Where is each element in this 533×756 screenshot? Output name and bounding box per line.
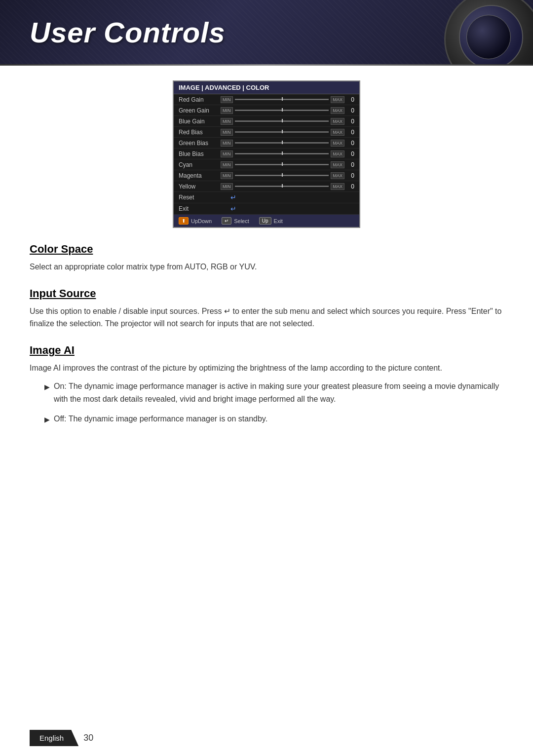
osd-footer-exit: Up Exit — [259, 217, 283, 225]
osd-footer-updown: ⬆ UpDown — [179, 217, 212, 225]
osd-reset-label: Reset — [179, 194, 221, 201]
osd-slider — [235, 99, 329, 100]
osd-row-red-gain: Red Gain MIN MAX 0 — [174, 94, 359, 105]
lens-decoration — [444, 0, 533, 64]
bullet-text-off: Off: The dynamic image performance manag… — [54, 413, 503, 425]
bullet-text-on: On: The dynamic image performance manage… — [54, 380, 503, 405]
osd-min-tag: MIN — [221, 96, 233, 103]
osd-enter-icon-exit: ↵ — [230, 205, 236, 213]
osd-exit-label: Exit — [179, 205, 221, 212]
bullet-arrow-on: ▶ — [44, 381, 50, 392]
osd-max-tag: MAX — [331, 96, 344, 103]
osd-updown-key: ⬆ — [179, 217, 189, 225]
lens-inner — [466, 15, 511, 59]
osd-updown-label: UpDown — [191, 218, 212, 224]
image-ai-text: Image AI improves the contrast of the pi… — [30, 362, 503, 375]
osd-slider-area-2: MIN MAX — [221, 107, 344, 114]
input-source-text: Use this option to enable / disable inpu… — [30, 305, 503, 330]
footer-language-label: English — [39, 734, 64, 742]
osd-menu: IMAGE | ADVANCED | COLOR Red Gain MIN MA… — [173, 80, 360, 228]
osd-row-yellow: Yellow MIN MAX 0 — [174, 181, 359, 192]
bullet-arrow-off: ▶ — [44, 414, 50, 425]
section-image-ai: Image AI Image AI improves the contrast … — [30, 344, 503, 425]
osd-header-text: IMAGE | ADVANCED | COLOR — [179, 84, 269, 91]
heading-input-source: Input Source — [30, 287, 503, 300]
osd-select-label: Select — [234, 218, 249, 224]
main-content: IMAGE | ADVANCED | COLOR Red Gain MIN MA… — [0, 66, 533, 461]
osd-exit-key: Up — [259, 217, 271, 225]
page-header: User Controls — [0, 0, 533, 64]
osd-header: IMAGE | ADVANCED | COLOR — [174, 81, 359, 94]
page-footer: English 30 — [0, 730, 533, 746]
osd-row-blue-bias: Blue Bias MIN MAX 0 — [174, 149, 359, 159]
osd-enter-icon-reset: ↵ — [230, 193, 236, 201]
osd-row-green-gain: Green Gain MIN MAX 0 — [174, 105, 359, 116]
footer-page-number: 30 — [83, 733, 93, 743]
osd-footer: ⬆ UpDown ↵ Select Up Exit — [174, 215, 359, 227]
osd-row-cyan: Cyan MIN MAX 0 — [174, 159, 359, 170]
osd-row-red-bias: Red Bias MIN MAX 0 — [174, 127, 359, 138]
bullet-item-off: ▶ Off: The dynamic image performance man… — [44, 413, 503, 425]
heading-color-space: Color Space — [30, 243, 503, 256]
osd-label-green-gain: Green Gain — [179, 107, 221, 114]
color-space-text: Select an appropriate color matrix type … — [30, 261, 503, 273]
osd-screenshot-container: IMAGE | ADVANCED | COLOR Red Gain MIN MA… — [30, 80, 503, 228]
osd-select-key: ↵ — [222, 217, 231, 225]
footer-language-tab: English — [30, 730, 78, 746]
osd-row-blue-gain: Blue Gain MIN MAX 0 — [174, 116, 359, 127]
osd-exit-footer-label: Exit — [274, 218, 283, 224]
bullet-item-on: ▶ On: The dynamic image performance mana… — [44, 380, 503, 405]
section-color-space: Color Space Select an appropriate color … — [30, 243, 503, 273]
section-input-source: Input Source Use this option to enable /… — [30, 287, 503, 330]
osd-row-exit: Exit ↵ — [174, 203, 359, 215]
image-ai-bullet-list: ▶ On: The dynamic image performance mana… — [44, 380, 503, 425]
heading-image-ai: Image AI — [30, 344, 503, 357]
osd-row-green-bias: Green Bias MIN MAX 0 — [174, 138, 359, 149]
osd-value-red-gain: 0 — [344, 96, 354, 103]
osd-label-red-gain: Red Gain — [179, 96, 221, 103]
osd-row-reset: Reset ↵ — [174, 192, 359, 203]
osd-footer-select: ↵ Select — [222, 217, 249, 225]
page-title: User Controls — [30, 16, 226, 49]
osd-row-magenta: Magenta MIN MAX 0 — [174, 170, 359, 181]
osd-slider-area: MIN MAX — [221, 96, 344, 103]
